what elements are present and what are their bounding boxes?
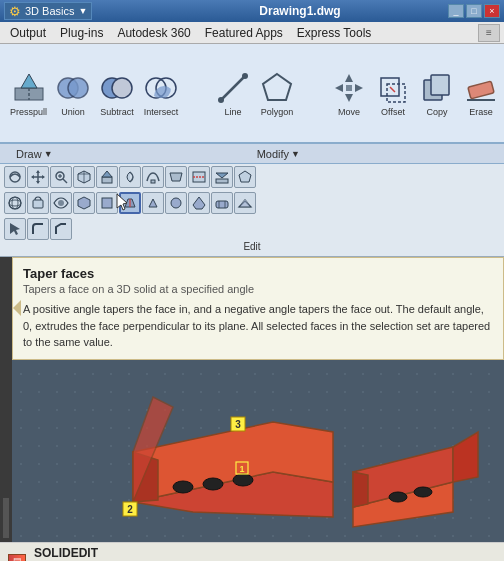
pan-button[interactable] <box>27 166 49 188</box>
menu-output[interactable]: Output <box>4 24 52 42</box>
svg-point-11 <box>242 73 248 79</box>
svg-marker-15 <box>335 84 343 92</box>
solid7-button[interactable] <box>211 192 233 214</box>
restore-button[interactable]: □ <box>466 4 482 18</box>
title-bar: ⚙ 3D Basics ▼ Drawing1.dwg _ □ × <box>0 0 504 22</box>
svg-rect-23 <box>468 81 494 99</box>
title-bar-left: ⚙ 3D Basics ▼ <box>4 2 152 20</box>
svg-rect-59 <box>216 201 228 208</box>
svg-point-77 <box>389 492 407 502</box>
chamfer-button[interactable] <box>50 218 72 240</box>
drawing-3d: 3 2 1 <box>12 342 504 542</box>
ribbon-tool-erase[interactable]: Erase <box>461 68 501 119</box>
menu-featured-apps[interactable]: Featured Apps <box>199 24 289 42</box>
close-button[interactable]: × <box>484 4 500 18</box>
tooltip-subtitle: Tapers a face on a 3D solid at a specifi… <box>23 283 493 295</box>
copy-label: Copy <box>427 107 448 117</box>
svg-marker-41 <box>102 171 112 177</box>
svg-line-9 <box>221 76 245 100</box>
erase-label: Erase <box>469 107 493 117</box>
minimize-button[interactable]: _ <box>448 4 464 18</box>
taper-faces-button[interactable] <box>119 192 141 214</box>
svg-marker-30 <box>36 181 40 184</box>
ribbon-tool-polygon[interactable]: Polygon <box>257 68 297 119</box>
copy-icon <box>419 70 455 106</box>
ribbon-tool-move[interactable]: Move <box>329 68 369 119</box>
ribbon-tool-offset[interactable]: Offset <box>373 68 413 119</box>
subtract-icon <box>99 70 135 106</box>
solidedit-icon: ▤ <box>8 554 26 562</box>
svg-marker-64 <box>10 223 20 235</box>
workspace-label: 3D Basics <box>25 5 75 17</box>
info-button[interactable]: ≡ <box>478 24 500 42</box>
arrow-button[interactable] <box>4 218 26 240</box>
svg-point-58 <box>171 198 181 208</box>
ribbon-linepoly-tools: Line Polygon <box>213 68 297 119</box>
ribbon-tool-line[interactable]: Line <box>213 68 253 119</box>
extrude-button[interactable] <box>96 166 118 188</box>
svg-rect-19 <box>387 84 405 102</box>
left-gutter <box>0 257 12 542</box>
svg-text:1: 1 <box>239 464 244 474</box>
solid8-button[interactable] <box>234 192 256 214</box>
svg-marker-63 <box>239 199 251 207</box>
ribbon-tool-union[interactable]: Union <box>53 68 93 119</box>
svg-rect-52 <box>33 200 43 208</box>
ribbon-tool-subtract[interactable]: Subtract <box>97 68 137 119</box>
ribbon-group-modify: Move Offset <box>329 68 504 119</box>
workspace-selector[interactable]: ⚙ 3D Basics ▼ <box>4 2 92 20</box>
menu-autodesk360[interactable]: Autodesk 360 <box>111 24 196 42</box>
svg-point-50 <box>9 200 21 206</box>
ribbon-tool-intersect[interactable]: Intersect <box>141 68 181 119</box>
modify-dropdown-icon[interactable]: ▼ <box>291 149 300 159</box>
svg-rect-55 <box>102 198 112 208</box>
zoom-button[interactable] <box>50 166 72 188</box>
loft-button[interactable] <box>165 166 187 188</box>
solid4-button[interactable] <box>142 192 164 214</box>
svg-point-53 <box>58 200 64 206</box>
svg-rect-66 <box>3 498 9 538</box>
solid2-button[interactable] <box>96 192 118 214</box>
view-button[interactable] <box>50 192 72 214</box>
menu-plugins[interactable]: Plug-ins <box>54 24 109 42</box>
orbit-button[interactable] <box>4 166 26 188</box>
solid5-button[interactable] <box>165 192 187 214</box>
tooltip-body: A positive angle tapers the face in, and… <box>23 301 493 351</box>
svg-point-72 <box>203 478 223 490</box>
svg-rect-46 <box>216 179 228 183</box>
3dbox-button[interactable] <box>73 166 95 188</box>
ribbon-tool-copy[interactable]: Copy <box>417 68 457 119</box>
svg-line-20 <box>390 87 395 92</box>
toolbar-row-3: Edit <box>0 216 504 256</box>
svg-marker-14 <box>345 94 353 102</box>
erase-icon <box>463 70 499 106</box>
svg-marker-32 <box>42 175 45 179</box>
status-bar: ▤ SOLIDEDIT Press F1 for more help <box>0 542 504 561</box>
solid1-button[interactable] <box>73 192 95 214</box>
svg-point-51 <box>12 197 18 209</box>
tooltip-title: Taper faces <box>23 266 493 281</box>
revolve-button[interactable] <box>119 166 141 188</box>
ribbon-tool-presspull[interactable]: Presspull <box>8 68 49 119</box>
flatten-button[interactable] <box>211 166 233 188</box>
extract-button[interactable] <box>234 166 256 188</box>
svg-marker-12 <box>263 74 291 100</box>
svg-rect-40 <box>102 177 112 183</box>
drawing-canvas: Taper faces Tapers a face on a 3D solid … <box>12 257 504 542</box>
command-name: SOLIDEDIT <box>34 546 156 560</box>
freeorbit-button[interactable] <box>4 192 26 214</box>
menu-right: ≡ <box>478 24 500 42</box>
svg-marker-76 <box>353 472 368 507</box>
constrain-button[interactable] <box>27 192 49 214</box>
sweep-button[interactable] <box>142 166 164 188</box>
menu-express-tools[interactable]: Express Tools <box>291 24 377 42</box>
svg-marker-13 <box>345 74 353 82</box>
svg-point-78 <box>414 487 432 497</box>
fillet-button[interactable] <box>27 218 49 240</box>
solid6-button[interactable] <box>188 192 210 214</box>
section-button[interactable] <box>188 166 210 188</box>
draw-dropdown-icon[interactable]: ▼ <box>44 149 53 159</box>
svg-text:2: 2 <box>127 504 133 515</box>
tooltip-panel: Taper faces Tapers a face on a 3D solid … <box>12 257 504 360</box>
menu-bar: Output Plug-ins Autodesk 360 Featured Ap… <box>0 22 504 44</box>
